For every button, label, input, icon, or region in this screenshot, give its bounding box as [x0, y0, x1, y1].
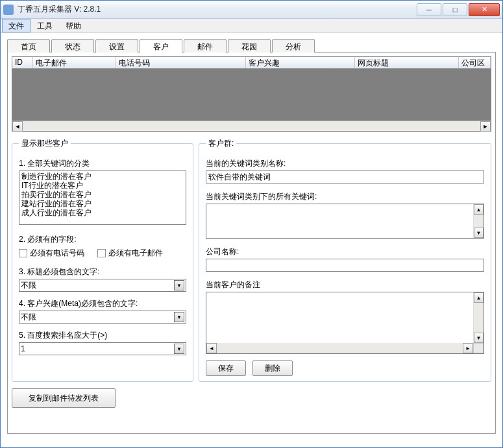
chk-email[interactable]: 必须有电子邮件: [97, 248, 163, 259]
baidu-rank-label: 5. 百度搜索排名应大于(>): [19, 330, 186, 341]
scroll-right-icon[interactable]: ►: [480, 121, 491, 132]
title-contains-label: 3. 标题必须包含的文字:: [19, 266, 186, 277]
baidu-rank-combo[interactable]: 1 ▼: [19, 342, 186, 355]
customer-legend: 客户群:: [206, 138, 236, 149]
checkbox-row: 必须有电话号码 必须有电子邮件: [19, 248, 186, 259]
chk-phone-label: 必须有电话号码: [30, 248, 84, 259]
col-email[interactable]: 电子邮件: [33, 57, 116, 68]
delete-label: 删除: [265, 363, 280, 374]
list-item[interactable]: 成人行业的潜在客户: [20, 208, 185, 217]
col-title[interactable]: 网页标题: [355, 57, 459, 68]
cur-kw-label: 当前关键词类别下的所有关键词:: [206, 191, 484, 202]
note-textarea[interactable]: ▲▼ ◄►: [206, 292, 484, 354]
meta-contains-label: 4. 客户兴趣(Meta)必须包含的文字:: [19, 298, 186, 309]
list-item[interactable]: IT行业的潜在客户: [20, 181, 185, 190]
keywords-textarea[interactable]: ▲▼: [206, 204, 484, 239]
button-row: 保存 删除: [206, 360, 484, 376]
close-button[interactable]: ✕: [469, 3, 500, 16]
minimize-button[interactable]: ─: [417, 3, 441, 16]
scroll-down-icon[interactable]: ▼: [474, 333, 484, 343]
meta-contains-combo[interactable]: 不限 ▼: [19, 311, 186, 324]
col-interest[interactable]: 客户兴趣: [246, 57, 355, 68]
scroll-track[interactable]: [23, 121, 480, 131]
scroll-right-icon[interactable]: ►: [463, 343, 473, 353]
list-item[interactable]: 制造行业的潜在客户: [20, 172, 185, 181]
tab-customers[interactable]: 客户: [140, 39, 182, 53]
tab-row: 首页 状态 设置 客户 邮件 花园 分析: [7, 38, 496, 53]
filter-group: 显示那些客户 1. 全部关键词的分类 制造行业的潜在客户 IT行业的潜在客户 拍…: [12, 138, 193, 382]
checkbox-icon[interactable]: [19, 249, 27, 257]
tab-mail[interactable]: 邮件: [184, 39, 227, 53]
cur-cat-input[interactable]: 软件自带的关键词: [206, 171, 484, 183]
chevron-down-icon[interactable]: ▼: [174, 312, 184, 322]
maximize-button[interactable]: □: [443, 3, 467, 16]
filter-legend: 显示那些客户: [19, 138, 71, 149]
tab-home[interactable]: 首页: [7, 39, 50, 53]
hscroll[interactable]: ◄►: [206, 343, 484, 353]
scroll-left-icon[interactable]: ◄: [206, 343, 217, 353]
chevron-down-icon[interactable]: ▼: [174, 344, 184, 354]
chevron-down-icon[interactable]: ▼: [174, 280, 184, 290]
tab-settings[interactable]: 设置: [95, 39, 138, 53]
note-label: 当前客户的备注: [206, 279, 484, 290]
scroll-up-icon[interactable]: ▲: [474, 292, 484, 303]
company-label: 公司名称:: [206, 246, 484, 257]
chk-phone[interactable]: 必须有电话号码: [19, 248, 84, 259]
combo-value: 不限: [21, 280, 174, 291]
chk-email-label: 必须有电子邮件: [108, 248, 163, 259]
vscroll[interactable]: ▲▼: [473, 292, 484, 343]
vscroll[interactable]: ▲▼: [473, 204, 484, 238]
col-phone[interactable]: 电话号码: [116, 57, 246, 68]
company-input[interactable]: [206, 259, 484, 272]
window-title: 丁香五月采集器 V: 2.8.1: [18, 4, 417, 15]
app-icon: [3, 5, 14, 15]
customer-group: 客户群: 当前的关键词类别名称: 软件自带的关键词 当前关键词类别下的所有关键词…: [199, 138, 491, 382]
menu-bar: 文件 工具 帮助: [1, 19, 502, 33]
cur-cat-value: 软件自带的关键词: [208, 172, 271, 182]
list-item[interactable]: 建站行业的潜在客户: [20, 199, 185, 208]
menu-tools[interactable]: 工具: [31, 19, 59, 32]
grid-body: [12, 69, 491, 121]
save-button[interactable]: 保存: [206, 360, 246, 376]
window-buttons: ─ □ ✕: [417, 3, 500, 16]
delete-button[interactable]: 删除: [252, 360, 293, 376]
categories-label: 1. 全部关键词的分类: [19, 158, 186, 169]
scroll-left-icon[interactable]: ◄: [12, 121, 23, 132]
combo-value: 不限: [21, 312, 174, 323]
tab-garden[interactable]: 花园: [228, 39, 271, 53]
tab-analysis[interactable]: 分析: [272, 39, 315, 53]
grid-header: ID 电子邮件 电话号码 客户兴趣 网页标题 公司区: [12, 57, 491, 69]
list-item[interactable]: 拍卖行业的潜在客户: [20, 190, 185, 199]
scroll-down-icon[interactable]: ▼: [474, 228, 484, 238]
copy-label: 复制到邮件待发列表: [29, 393, 99, 404]
title-contains-combo[interactable]: 不限 ▼: [19, 279, 186, 292]
tab-status[interactable]: 状态: [51, 39, 94, 53]
save-label: 保存: [218, 363, 234, 374]
checkbox-icon[interactable]: [97, 249, 106, 257]
data-grid[interactable]: ID 电子邮件 电话号码 客户兴趣 网页标题 公司区 ◄ ►: [12, 56, 491, 132]
combo-value: 1: [21, 344, 174, 353]
copy-to-mail-button[interactable]: 复制到邮件待发列表: [12, 388, 116, 408]
required-fields-label: 2. 必须有的字段:: [19, 234, 186, 245]
groups-row: 显示那些客户 1. 全部关键词的分类 制造行业的潜在客户 IT行业的潜在客户 拍…: [12, 138, 491, 382]
tab-content: ID 电子邮件 电话号码 客户兴趣 网页标题 公司区 ◄ ► 显示那些客户 1.…: [7, 53, 496, 434]
col-company[interactable]: 公司区: [459, 57, 491, 68]
menu-file[interactable]: 文件: [2, 19, 31, 32]
cur-cat-label: 当前的关键词类别名称:: [206, 158, 484, 169]
categories-listbox[interactable]: 制造行业的潜在客户 IT行业的潜在客户 拍卖行业的潜在客户 建站行业的潜在客户 …: [19, 171, 186, 225]
bottom-row: 复制到邮件待发列表: [12, 388, 491, 408]
scroll-up-icon[interactable]: ▲: [474, 204, 484, 215]
grid-hscroll[interactable]: ◄ ►: [12, 121, 491, 131]
client-area: 首页 状态 设置 客户 邮件 花园 分析 ID 电子邮件 电话号码 客户兴趣 网…: [1, 33, 502, 439]
menu-help[interactable]: 帮助: [59, 19, 88, 32]
title-bar: 丁香五月采集器 V: 2.8.1 ─ □ ✕: [1, 1, 502, 19]
col-id[interactable]: ID: [12, 57, 33, 68]
